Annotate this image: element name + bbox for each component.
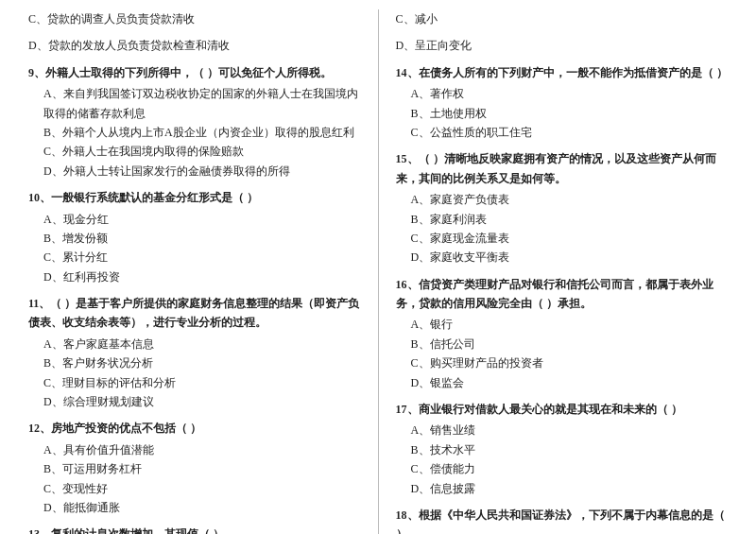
question-block-q16: 16、信贷资产类理财产品对银行和信托公司而言，都属于表外业务，贷款的信用风险完全…: [396, 275, 729, 392]
option-q17-3: D、信息披露: [396, 479, 729, 498]
question-block-q_c1: C、贷款的调查人员负责贷款清收: [28, 9, 361, 28]
question-block-q10: 10、一般银行系统默认的基金分红形式是（ ）A、现金分红B、增发份额C、累计分红…: [28, 188, 361, 286]
option-q11-2: C、理财目标的评估和分析: [28, 373, 361, 392]
option-q16-2: C、购买理财产品的投资者: [396, 353, 729, 372]
question-title-q18: 18、根据《中华人民共和国证券法》，下列不属于内幕信息的是（ ）: [396, 506, 729, 534]
right-column: C、减小D、呈正向变化14、在债务人所有的下列财产中，一般不能作为抵借资产的是（…: [378, 9, 729, 534]
option-q9-0: A、来自判我国签订双边税收协定的国家的外籍人士在我国境内取得的储蓄存款利息: [28, 84, 361, 123]
option-q11-1: B、客户财务状况分析: [28, 353, 361, 372]
question-block-q11: 11、（ ）是基于客户所提供的家庭财务信息整理的结果（即资产负债表、收支结余表等…: [28, 294, 361, 411]
option-q17-1: B、技术水平: [396, 440, 729, 459]
option-q16-3: D、银监会: [396, 373, 729, 392]
question-block-q15: 15、（ ）清晰地反映家庭拥有资产的情况，以及这些资产从何而来，其间的比例关系又…: [396, 149, 729, 267]
option-q17-2: C、偿债能力: [396, 459, 729, 478]
question-title-q16: 16、信贷资产类理财产品对银行和信托公司而言，都属于表外业务，贷款的信用风险完全…: [396, 275, 729, 314]
question-title-q12: 12、房地产投资的优点不包括（ ）: [28, 419, 361, 438]
option-q10-0: A、现金分红: [28, 210, 361, 229]
question-block-q_c2: C、减小: [396, 9, 729, 28]
question-block-q_d2: D、呈正向变化: [396, 36, 729, 55]
question-block-q_d1: D、贷款的发放人员负责贷款检查和清收: [28, 36, 361, 55]
option-q17-0: A、销售业绩: [396, 421, 729, 439]
option-q15-1: B、家庭利润表: [396, 210, 729, 229]
option-q9-1: B、外籍个人从境内上市A股企业（内资企业）取得的股息红利: [28, 123, 361, 142]
option-q10-2: C、累计分红: [28, 248, 361, 267]
question-title-q15: 15、（ ）清晰地反映家庭拥有资产的情况，以及这些资产从何而来，其间的比例关系又…: [396, 149, 729, 188]
main-content: C、贷款的调查人员负责贷款清收D、贷款的发放人员负责贷款检查和清收9、外籍人士取…: [28, 9, 728, 534]
question-title-q_d1: D、贷款的发放人员负责贷款检查和清收: [28, 36, 361, 55]
option-q9-2: C、外籍人士在我国境内取得的保险赔款: [28, 142, 361, 161]
question-title-q13: 13、复利的计息次数增加，其现值（ ）: [28, 525, 361, 534]
option-q11-0: A、客户家庭基本信息: [28, 335, 361, 353]
option-q10-3: D、红利再投资: [28, 267, 361, 286]
option-q11-3: D、综合理财规划建议: [28, 392, 361, 411]
option-q15-3: D、家庭收支平衡表: [396, 248, 729, 267]
question-title-q_c1: C、贷款的调查人员负责贷款清收: [28, 9, 361, 28]
question-block-q18: 18、根据《中华人民共和国证券法》，下列不属于内幕信息的是（ ）A、公司债务担保…: [396, 506, 729, 534]
question-block-q12: 12、房地产投资的优点不包括（ ）A、具有价值升值潜能B、可运用财务杠杆C、变现…: [28, 419, 361, 517]
question-title-q_c2: C、减小: [396, 9, 729, 28]
option-q12-0: A、具有价值升值潜能: [28, 440, 361, 459]
option-q16-1: B、信托公司: [396, 335, 729, 353]
question-title-q9: 9、外籍人士取得的下列所得中，（ ）可以免征个人所得税。: [28, 63, 361, 82]
option-q10-1: B、增发份额: [28, 229, 361, 248]
question-block-q17: 17、商业银行对借款人最关心的就是其现在和未来的（ ）A、销售业绩B、技术水平C…: [396, 400, 729, 498]
option-q16-0: A、银行: [396, 315, 729, 334]
option-q12-2: C、变现性好: [28, 479, 361, 498]
option-q14-2: C、公益性质的职工住宅: [396, 123, 729, 142]
option-q9-3: D、外籍人士转让国家发行的金融债券取得的所得: [28, 162, 361, 181]
option-q15-0: A、家庭资产负债表: [396, 190, 729, 209]
option-q14-1: B、土地使用权: [396, 104, 729, 123]
option-q12-3: D、能抵御通胀: [28, 498, 361, 517]
question-title-q14: 14、在债务人所有的下列财产中，一般不能作为抵借资产的是（ ）: [396, 63, 729, 82]
question-block-q14: 14、在债务人所有的下列财产中，一般不能作为抵借资产的是（ ）A、著作权B、土地…: [396, 63, 729, 143]
question-title-q_d2: D、呈正向变化: [396, 36, 729, 55]
option-q14-0: A、著作权: [396, 84, 729, 103]
question-title-q17: 17、商业银行对借款人最关心的就是其现在和未来的（ ）: [396, 400, 729, 419]
left-column: C、贷款的调查人员负责贷款清收D、贷款的发放人员负责贷款检查和清收9、外籍人士取…: [28, 9, 378, 534]
option-q15-2: C、家庭现金流量表: [396, 229, 729, 248]
question-block-q9: 9、外籍人士取得的下列所得中，（ ）可以免征个人所得税。A、来自判我国签订双边税…: [28, 63, 361, 181]
question-title-q10: 10、一般银行系统默认的基金分红形式是（ ）: [28, 188, 361, 207]
question-title-q11: 11、（ ）是基于客户所提供的家庭财务信息整理的结果（即资产负债表、收支结余表等…: [28, 294, 361, 333]
question-block-q13: 13、复利的计息次数增加，其现值（ ）A、不变B、增大: [28, 525, 361, 534]
option-q12-1: B、可运用财务杠杆: [28, 459, 361, 478]
